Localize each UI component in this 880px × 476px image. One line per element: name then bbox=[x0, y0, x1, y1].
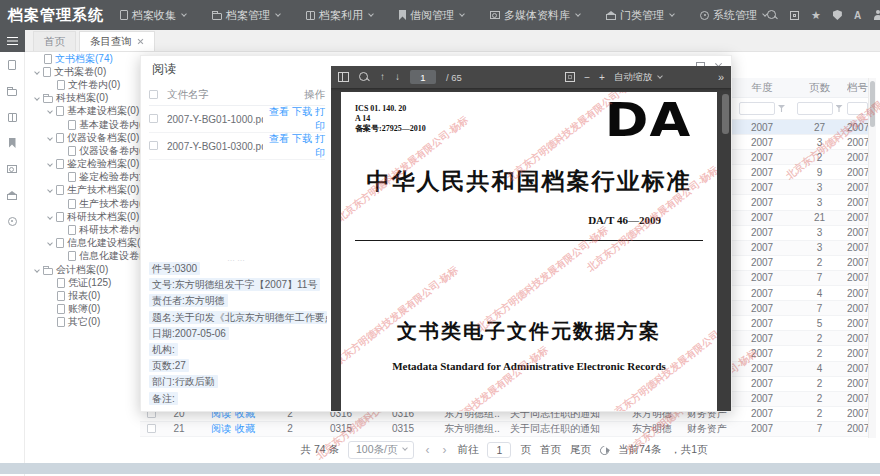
tree-item[interactable]: 科研技术卷内(0) bbox=[25, 223, 140, 236]
font-size-icon[interactable] bbox=[854, 10, 861, 21]
refresh-icon[interactable] bbox=[598, 444, 611, 457]
table-scrollbar[interactable] bbox=[868, 78, 876, 438]
print-link[interactable]: 打印 bbox=[315, 133, 325, 158]
rail-menu-icon[interactable] bbox=[0, 30, 25, 52]
page-down-icon[interactable]: ↓ bbox=[395, 72, 400, 82]
tree-item[interactable]: 文书档案(74) bbox=[25, 52, 140, 65]
tree-item[interactable]: 科研技术档案(0) bbox=[25, 210, 140, 223]
nav-menu-borrow[interactable]: 借阅管理 bbox=[399, 8, 464, 23]
column-header[interactable]: 档号 bbox=[847, 78, 868, 97]
rail-bank-icon[interactable] bbox=[0, 182, 25, 208]
tree-item[interactable]: 基本建设卷内(0) bbox=[25, 118, 140, 131]
prev-page-button[interactable]: ‹ bbox=[423, 443, 431, 457]
tree-item[interactable]: 基本建设档案(0) bbox=[25, 105, 140, 118]
page-up-icon[interactable]: ↑ bbox=[380, 72, 385, 82]
find-icon[interactable] bbox=[359, 72, 370, 83]
rail-folder-icon[interactable] bbox=[0, 78, 25, 104]
tree-item[interactable]: 其它(0) bbox=[25, 316, 140, 329]
file-checkbox[interactable] bbox=[149, 114, 158, 123]
select-all-checkbox[interactable] bbox=[149, 90, 158, 99]
tree-item[interactable]: 文书案卷(0) bbox=[25, 65, 140, 78]
star-icon[interactable] bbox=[811, 10, 821, 21]
rail-gear-icon[interactable] bbox=[0, 208, 25, 234]
row-checkbox[interactable] bbox=[147, 424, 156, 433]
sidebar-toggle-icon[interactable] bbox=[338, 72, 349, 82]
gear-icon bbox=[700, 11, 709, 20]
download-link[interactable]: 下载 bbox=[292, 133, 312, 144]
tree-item[interactable]: 信息化建设档案(0) bbox=[25, 237, 140, 250]
filter-input[interactable] bbox=[739, 102, 775, 115]
caret-icon bbox=[34, 69, 40, 75]
view-link[interactable]: 查看 bbox=[269, 133, 289, 144]
zoom-select[interactable]: 自动缩放 bbox=[614, 71, 662, 84]
rail-bookmark-icon[interactable] bbox=[0, 130, 25, 156]
tree-item[interactable]: 信息化建设卷内(0) bbox=[25, 250, 140, 263]
search-icon[interactable] bbox=[767, 10, 778, 21]
scrollbar-thumb[interactable] bbox=[870, 81, 875, 127]
chevron-down-icon bbox=[669, 11, 675, 17]
total-count: 共 74 条 bbox=[301, 443, 340, 457]
zoom-in-icon[interactable]: + bbox=[599, 72, 605, 83]
rail-media-icon[interactable] bbox=[0, 156, 25, 182]
pdf-scrollbar-thumb[interactable] bbox=[722, 94, 729, 134]
tree-item[interactable]: 报表(0) bbox=[25, 289, 140, 302]
page-size-select[interactable]: 100条/页 bbox=[348, 441, 414, 459]
file-checkbox[interactable] bbox=[149, 141, 158, 150]
bottom-scrollbar[interactable] bbox=[0, 463, 880, 474]
view-link[interactable]: 查看 bbox=[269, 106, 289, 117]
last-page-link[interactable]: 尾页 bbox=[570, 443, 591, 457]
first-page-link[interactable]: 首页 bbox=[540, 443, 561, 457]
chevron-down-icon bbox=[459, 11, 465, 17]
rail-book-icon[interactable] bbox=[0, 104, 25, 130]
close-icon[interactable] bbox=[137, 38, 144, 45]
book-icon bbox=[306, 11, 315, 20]
rail-doc-icon[interactable] bbox=[0, 52, 25, 78]
download-link[interactable]: 下载 bbox=[292, 106, 312, 117]
filter-input[interactable] bbox=[797, 102, 833, 115]
nav-menu-media[interactable]: 多媒体资料库 bbox=[490, 8, 580, 23]
shield-icon[interactable] bbox=[833, 10, 842, 20]
filter-icon[interactable] bbox=[778, 105, 785, 112]
caret-icon bbox=[47, 109, 53, 115]
tree-item[interactable]: 凭证(125) bbox=[25, 276, 140, 289]
tree-item[interactable]: 鉴定检验档案(0) bbox=[25, 158, 140, 171]
tab-home[interactable]: 首页 bbox=[33, 31, 76, 51]
tree-item[interactable]: 仪器设备档案(0) bbox=[25, 131, 140, 144]
fit-page-icon[interactable] bbox=[565, 72, 575, 82]
print-link[interactable]: 打印 bbox=[315, 106, 325, 131]
nav-menu-use[interactable]: 档案利用 bbox=[306, 8, 373, 23]
favorite-link[interactable]: 收藏 bbox=[235, 422, 255, 436]
file-row[interactable]: 2007-Y-BG01-1000.pdf查看下载打印 bbox=[149, 106, 325, 133]
file-row[interactable]: 2007-Y-BG01-0300.pdf查看下载打印 bbox=[149, 133, 325, 160]
tree-item[interactable]: 账簿(0) bbox=[25, 303, 140, 316]
tree-item[interactable]: 会计档案(0) bbox=[25, 263, 140, 276]
column-header[interactable]: 年度 bbox=[732, 78, 792, 97]
nav-menu-collect[interactable]: 档案收集 bbox=[120, 8, 186, 23]
filter-input[interactable] bbox=[847, 102, 868, 115]
tree-item[interactable]: 鉴定检验卷内文件(0) bbox=[25, 171, 140, 184]
pdf-page: ICS 01. 140. 20 A 14 备案号:27925—2010 DA 中… bbox=[341, 92, 717, 411]
read-link[interactable]: 阅读 bbox=[211, 422, 231, 436]
folder-icon bbox=[43, 96, 53, 103]
goto-page-input[interactable] bbox=[487, 442, 511, 458]
nav-menu-system[interactable]: 系统管理 bbox=[700, 8, 767, 23]
fullscreen-icon[interactable] bbox=[790, 11, 799, 20]
tree-item[interactable]: 科技档案(0) bbox=[25, 92, 140, 105]
doc-subject-en: Metadata Standard for Administrative Ele… bbox=[341, 360, 717, 372]
tree-item[interactable]: 生产技术档案(0) bbox=[25, 184, 140, 197]
zoom-out-icon[interactable]: − bbox=[584, 72, 590, 83]
table-row[interactable]: 21阅读收藏203150315东方明德组..关于同志任职的通知东方明德财务资产2… bbox=[140, 422, 868, 437]
column-header[interactable]: 页数 bbox=[792, 78, 847, 97]
filter-icon[interactable] bbox=[836, 105, 843, 112]
tree-item[interactable]: 仪器设备卷内(0) bbox=[25, 144, 140, 157]
user-icon[interactable] bbox=[873, 10, 880, 20]
nav-menu-category[interactable]: 门类管理 bbox=[606, 8, 674, 23]
page-total-text: ，共1页 bbox=[670, 443, 707, 457]
nav-menu-manage[interactable]: 档案管理 bbox=[212, 8, 280, 23]
tree-item[interactable]: 生产技术卷内(0) bbox=[25, 197, 140, 210]
tree-item[interactable]: 文件卷内(0) bbox=[25, 78, 140, 91]
tab-entry-query[interactable]: 条目查询 bbox=[79, 31, 155, 51]
more-tools-button[interactable]: » bbox=[718, 71, 724, 83]
page-number-input[interactable] bbox=[410, 70, 436, 84]
next-page-button[interactable]: › bbox=[440, 443, 448, 457]
